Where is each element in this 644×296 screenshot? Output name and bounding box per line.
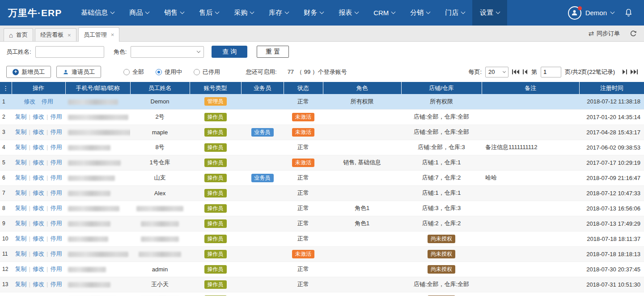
search-button[interactable]: 查 询 xyxy=(212,46,247,58)
radio-all[interactable]: 全部 xyxy=(123,68,144,76)
radio-disabled[interactable]: 已停用 xyxy=(194,68,220,76)
action-link[interactable]: 停用 xyxy=(50,235,62,242)
action-link[interactable]: 修改 xyxy=(33,129,44,135)
table-row[interactable]: 8复制|修改|停用操作员正常角色1店铺:3，仓库:32018-07-13 16:… xyxy=(0,201,644,216)
action-link[interactable]: 复制 xyxy=(15,266,27,272)
action-link[interactable]: 停用 xyxy=(50,144,62,150)
sync-orders-button[interactable]: ⇄ 同步订单 xyxy=(588,30,620,38)
next-page-icon[interactable] xyxy=(622,69,627,74)
table-row[interactable]: 5复制|修改|停用1号仓库操作员未激活销售, 基础信息店铺:1，仓库:12017… xyxy=(0,155,644,170)
table-row[interactable]: 2复制|修改|停用2号操作员未激活店铺:全部，仓库:全部2017-01-20 1… xyxy=(0,109,644,124)
nav-item-crm[interactable]: CRM xyxy=(366,0,402,26)
action-link[interactable]: 停用 xyxy=(50,250,62,257)
action-link[interactable]: 修改 xyxy=(33,220,44,227)
table-row[interactable]: 11复制|修改|停用操作员未激活尚未授权2018-07-18 18:18:13 xyxy=(0,246,644,262)
action-link[interactable]: 停用 xyxy=(50,205,62,211)
employee-name-cell: admin xyxy=(130,262,190,277)
invite-employee-button[interactable]: 邀请员工 xyxy=(56,66,101,78)
action-link[interactable]: 复制 xyxy=(15,113,27,120)
page-number-input[interactable] xyxy=(541,67,561,77)
role-cell xyxy=(323,246,401,262)
table-row[interactable]: 1修改 停用Demon管理员正常所有权限所有权限2018-07-12 11:38… xyxy=(0,94,644,109)
action-link[interactable]: 复制 xyxy=(15,144,27,150)
reset-button[interactable]: 重 置 xyxy=(257,46,289,58)
table-row[interactable]: 14复制|修改|停用操作员尚未授权 xyxy=(0,292,644,296)
remark-cell xyxy=(482,231,579,246)
table-row[interactable]: 4复制|修改|停用8号操作员正常店铺:全部，仓库:3备注信息1111111112… xyxy=(0,140,644,155)
tab-home[interactable]: ⌂ 首页 xyxy=(4,28,33,41)
action-link[interactable]: 停用 xyxy=(50,174,62,181)
nav-item-finance[interactable]: 财务 xyxy=(296,0,331,26)
nav-item-purchase[interactable]: 采购 xyxy=(226,0,261,26)
nav-item-aftersale[interactable]: 售后 xyxy=(191,0,226,26)
action-link[interactable]: 修改 xyxy=(33,174,44,181)
role-select[interactable] xyxy=(131,46,204,58)
close-tab-icon[interactable]: × xyxy=(111,31,114,38)
action-link[interactable]: 停用 xyxy=(50,281,62,287)
column-config-icon[interactable]: ⋮ xyxy=(3,85,9,92)
action-link[interactable]: 复制 xyxy=(15,205,27,211)
nav-item-sales[interactable]: 销售 xyxy=(157,0,191,26)
table-row[interactable]: 10复制|修改|停用操作员正常尚未授权2018-07-18 18:11:37 xyxy=(0,231,644,246)
action-link[interactable]: 修改 xyxy=(24,98,35,105)
action-link[interactable]: 停用 xyxy=(50,220,62,227)
action-link[interactable]: 修改 xyxy=(33,250,44,257)
table-row[interactable]: 9复制|修改|停用操作员正常角色1店铺:2，仓库:22018-07-13 17:… xyxy=(0,216,644,231)
table-row[interactable]: 3复制|修改|停用maple操作员业务员未激活店铺:全部，仓库:全部2017-0… xyxy=(0,124,644,140)
action-link[interactable]: 停用 xyxy=(50,189,62,196)
column-config[interactable]: ⋮ xyxy=(0,82,12,94)
home-icon: ⌂ xyxy=(9,32,13,39)
action-link[interactable]: 停用 xyxy=(50,129,62,135)
action-link[interactable]: 修改 xyxy=(33,205,44,211)
prev-page-icon[interactable] xyxy=(523,69,528,74)
radio-in-use[interactable]: 使用中 xyxy=(156,68,182,76)
app-logo: 万里牛·ERP xyxy=(0,0,73,26)
account-type-cell: 操作员 xyxy=(190,231,241,246)
action-link[interactable]: 停用 xyxy=(50,159,62,166)
action-link[interactable]: 复制 xyxy=(15,281,27,287)
per-page-select[interactable]: 20 xyxy=(485,67,508,77)
row-number-cell: 8 xyxy=(0,201,12,216)
employee-name-cell xyxy=(130,292,190,296)
employee-name-input[interactable] xyxy=(35,46,104,58)
action-link[interactable]: 停用 xyxy=(50,266,62,272)
nav-item-settings[interactable]: 设置 xyxy=(472,0,507,26)
tab-employee-management[interactable]: 员工管理 × xyxy=(78,27,120,42)
nav-item-stores[interactable]: 门店 xyxy=(437,0,472,26)
action-link[interactable]: 修改 xyxy=(33,113,44,120)
action-link[interactable]: 复制 xyxy=(15,250,27,257)
close-tab-icon[interactable]: × xyxy=(68,32,71,39)
action-link[interactable]: 修改 xyxy=(33,235,44,242)
nav-item-distribution[interactable]: 分销 xyxy=(402,0,437,26)
action-link[interactable]: 停用 xyxy=(50,113,62,120)
action-link[interactable]: 复制 xyxy=(15,174,27,181)
action-link[interactable]: 修改 xyxy=(33,159,44,166)
nav-item-goods[interactable]: 商品 xyxy=(122,0,157,26)
action-link[interactable]: 修改 xyxy=(33,189,44,196)
table-row[interactable]: 12复制|修改|停用admin操作员正常尚未授权2018-07-30 20:37… xyxy=(0,262,644,277)
shop-warehouse-cell: 所有权限 xyxy=(401,94,482,109)
action-link[interactable]: 修改 xyxy=(33,266,44,272)
action-link[interactable]: 复制 xyxy=(15,129,27,135)
action-link[interactable]: 复制 xyxy=(15,189,27,196)
action-link[interactable]: 停用 xyxy=(42,98,53,105)
nav-item-basic-info[interactable]: 基础信息 xyxy=(73,0,122,26)
add-employee-button[interactable]: + 新增员工 xyxy=(6,66,51,78)
tab-dashboard[interactable]: 经营看板 × xyxy=(35,28,76,41)
nav-item-inventory[interactable]: 库存 xyxy=(261,0,296,26)
user-menu[interactable]: Demon xyxy=(568,6,614,20)
table-row[interactable]: 13复制|修改|停用王小天操作员正常店铺:全部，仓库:全部2018-07-31 … xyxy=(0,277,644,292)
table-row[interactable]: 7复制|修改|停用Alex操作员正常店铺:1，仓库:12018-07-12 10… xyxy=(0,185,644,201)
action-link[interactable]: 复制 xyxy=(15,235,27,242)
refresh-icon[interactable] xyxy=(630,30,637,37)
last-page-icon[interactable] xyxy=(631,69,638,74)
nav-item-reports[interactable]: 报表 xyxy=(331,0,366,26)
action-link[interactable]: 复制 xyxy=(15,159,27,166)
table-row[interactable]: 6复制|修改|停用山支操作员业务员正常店铺:7，仓库:2哈哈2018-07-09… xyxy=(0,170,644,185)
account-type-badge: 操作员 xyxy=(204,280,227,289)
action-link[interactable]: 修改 xyxy=(33,281,44,287)
action-link[interactable]: 复制 xyxy=(15,220,27,227)
first-page-icon[interactable] xyxy=(512,69,519,74)
bell-icon[interactable] xyxy=(624,8,633,17)
action-link[interactable]: 修改 xyxy=(33,144,44,150)
